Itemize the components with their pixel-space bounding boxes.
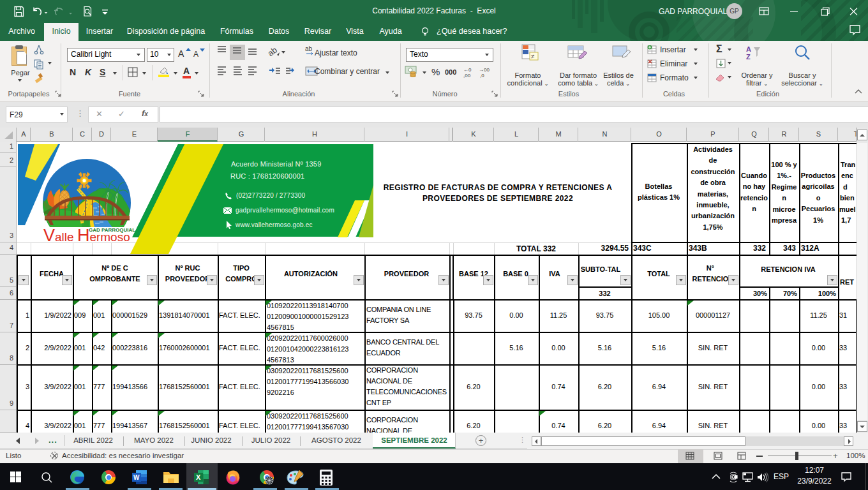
svg-text:←0: ←0 [463, 67, 472, 73]
svg-text:Z: Z [746, 53, 751, 61]
svg-text:A: A [746, 45, 751, 53]
svg-text:→00: →00 [479, 67, 490, 73]
svg-text:ab: ab [267, 45, 279, 58]
svg-text:,00: ,00 [463, 73, 471, 78]
svg-text:W: W [133, 474, 140, 481]
svg-text:ab: ab [305, 45, 313, 52]
svg-text:≠: ≠ [531, 53, 535, 60]
svg-text:X: X [196, 473, 201, 481]
svg-text:,0: ,0 [480, 73, 484, 78]
